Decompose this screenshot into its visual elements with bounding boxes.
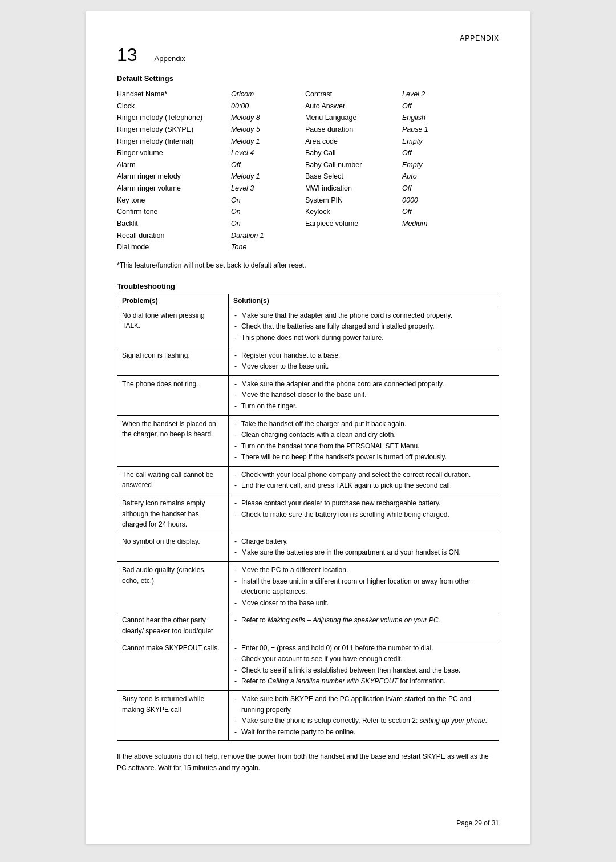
solution-item: Make sure the adapter and the phone cord… (233, 379, 494, 390)
table-row: The phone does not ring.Make sure the ad… (117, 375, 499, 415)
setting-label: Pause duration (305, 124, 402, 136)
setting-label: Confirm tone (117, 206, 231, 218)
solution-item: Refer to Calling a landline number with … (233, 676, 494, 687)
troubleshooting-table: Problem(s) Solution(s) No dial tone when… (117, 294, 499, 742)
setting-value: Duration 1 (231, 230, 305, 242)
setting-value: Tone (231, 241, 305, 253)
solution-cell: Enter 00, + (press and hold 0) or 011 be… (229, 640, 499, 690)
setting-value: Empty (402, 136, 459, 148)
table-row: The call waiting call cannot be answered… (117, 466, 499, 495)
setting-label: Base Select (305, 171, 402, 183)
table-row: Battery icon remains empty although the … (117, 495, 499, 533)
setting-value: Melody 1 (231, 136, 305, 148)
solution-item: This phone does not work during power fa… (233, 333, 494, 343)
problem-cell: The call waiting call cannot be answered (117, 466, 229, 495)
solution-item: Make sure that the adapter and the phone… (233, 310, 494, 321)
setting-value: On (231, 206, 305, 218)
problem-cell: Cannot hear the other party clearly/ spe… (117, 612, 229, 640)
table-row: Bad audio quality (crackles, echo, etc.)… (117, 562, 499, 612)
default-settings-title: Default Settings (117, 74, 499, 83)
solution-cell: Take the handset off the charger and put… (229, 415, 499, 466)
solution-list: Move the PC to a different location.Inst… (233, 565, 494, 608)
solution-item: Check to make sure the battery icon is s… (233, 509, 494, 520)
setting-label (305, 230, 402, 242)
problem-cell: Signal icon is flashing. (117, 347, 229, 375)
solution-item: Move closer to the base unit. (233, 361, 494, 372)
page-number: 13 (117, 46, 137, 64)
setting-value: Off (231, 159, 305, 171)
solution-item: End the current call, and press TALK aga… (233, 480, 494, 491)
setting-value: Level 2 (402, 88, 459, 100)
setting-label: Ringer melody (SKYPE) (117, 124, 231, 136)
setting-value: On (231, 218, 305, 230)
setting-label: Key tone (117, 195, 231, 207)
setting-value: Melody 8 (231, 112, 305, 124)
solution-item: Check that the batteries are fully charg… (233, 321, 494, 332)
table-row: Cannot hear the other party clearly/ spe… (117, 612, 499, 640)
solution-item: Charge battery. (233, 536, 494, 547)
solution-item: Wait for the remote party to be online. (233, 727, 494, 738)
table-row: Busy tone is returned while making SKYPE… (117, 690, 499, 740)
setting-value: Medium (402, 218, 459, 230)
setting-value: Off (402, 147, 459, 159)
setting-value: Level 3 (231, 183, 305, 195)
solution-item: Turn on the handset tone from the PERSON… (233, 441, 494, 452)
solution-item: Move closer to the base unit. (233, 598, 494, 609)
page-footer: Page 29 of 31 (456, 819, 499, 827)
footnote: *This feature/function will not be set b… (117, 261, 499, 269)
solution-cell: Refer to Making calls – Adjusting the sp… (229, 612, 499, 640)
appendix-header: APPENDIX (117, 34, 499, 42)
setting-value: 00:00 (231, 100, 305, 112)
setting-value: Oricom (231, 88, 305, 100)
setting-label: Keylock (305, 206, 402, 218)
setting-value: Empty (402, 159, 459, 171)
solution-cell: Check with your local phone company and … (229, 466, 499, 495)
setting-label: Recall duration (117, 230, 231, 242)
solution-cell: Charge battery.Make sure the batteries a… (229, 533, 499, 561)
col-solution: Solution(s) (229, 294, 499, 307)
solution-cell: Make sure that the adapter and the phone… (229, 307, 499, 347)
solution-item: Move the PC to a different location. (233, 565, 494, 576)
solution-item: Check your account to see if you have en… (233, 654, 494, 665)
setting-label: MWI indication (305, 183, 402, 195)
problem-cell: Bad audio quality (crackles, echo, etc.) (117, 562, 229, 612)
solution-item: Register your handset to a base. (233, 350, 494, 361)
footer-note: If the above solutions do not help, remo… (117, 751, 499, 773)
solution-item: Make sure both SKYPE and the PC applicat… (233, 694, 494, 715)
solution-list: Make sure the adapter and the phone cord… (233, 379, 494, 412)
setting-value: 0000 (402, 195, 459, 207)
setting-label: Ringer melody (Telephone) (117, 112, 231, 124)
solution-item: Check with your local phone company and … (233, 470, 494, 480)
solution-list: Please contact your dealer to purchase n… (233, 498, 494, 520)
table-row: When the handset is placed on the charge… (117, 415, 499, 466)
appendix-text: APPENDIX (460, 34, 499, 42)
setting-label: Baby Call number (305, 159, 402, 171)
setting-value: On (231, 195, 305, 207)
solution-list: Check with your local phone company and … (233, 470, 494, 491)
setting-label: Ringer melody (Internal) (117, 136, 231, 148)
solution-item: Refer to Making calls – Adjusting the sp… (233, 615, 494, 626)
setting-value (402, 230, 459, 242)
solution-cell: Move the PC to a different location.Inst… (229, 562, 499, 612)
table-row: No dial tone when pressing TALK.Make sur… (117, 307, 499, 347)
troubleshooting-title: Troubleshooting (117, 282, 499, 290)
setting-label: Ringer volume (117, 147, 231, 159)
setting-label: Dial mode (117, 241, 231, 253)
solution-cell: Make sure the adapter and the phone cord… (229, 375, 499, 415)
setting-value: Melody 1 (231, 171, 305, 183)
setting-value: Pause 1 (402, 124, 459, 136)
setting-value: Off (402, 183, 459, 195)
appendix-label: Appendix (155, 54, 185, 63)
solution-item: Make sure the phone is setup correctly. … (233, 715, 494, 726)
setting-label (305, 241, 402, 253)
solution-list: Register your handset to a base.Move clo… (233, 350, 494, 372)
table-row: No symbol on the display.Charge battery.… (117, 533, 499, 561)
setting-value: Auto (402, 171, 459, 183)
setting-value: Melody 5 (231, 124, 305, 136)
solution-item: Turn on the ringer. (233, 401, 494, 412)
problem-cell: No dial tone when pressing TALK. (117, 307, 229, 347)
solution-list: Enter 00, + (press and hold 0) or 011 be… (233, 643, 494, 687)
setting-value: Off (402, 100, 459, 112)
solution-list: Charge battery.Make sure the batteries a… (233, 536, 494, 558)
solution-item: There will be no beep if the handset's p… (233, 452, 494, 463)
